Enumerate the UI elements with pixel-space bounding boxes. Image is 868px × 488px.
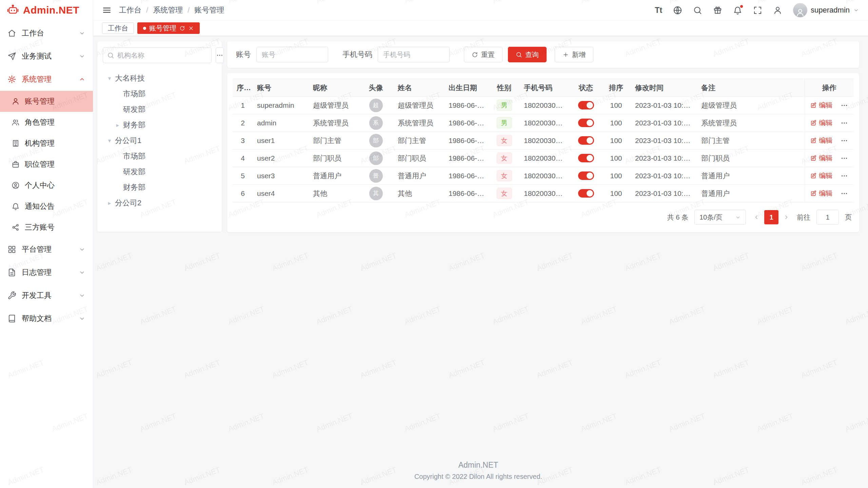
goto-page-input[interactable] xyxy=(816,210,839,225)
sidebar-item[interactable]: 业务测试 xyxy=(0,45,93,68)
page-size-select[interactable]: 10条/页 xyxy=(694,210,746,225)
col-avatar: 头像 xyxy=(358,79,394,97)
tree-caret[interactable]: ▸ xyxy=(114,122,122,129)
tree-node[interactable]: 财务部 xyxy=(103,180,216,195)
table-row: 4 user2 部门职员 部 部门职员 1986-06-28 女 1802003… xyxy=(233,149,854,167)
tree-node[interactable]: ▾ 分公司1 xyxy=(103,133,216,148)
tree-node[interactable]: 市场部 xyxy=(103,86,216,102)
tree-caret[interactable]: ▾ xyxy=(105,137,114,144)
chevron-down-icon xyxy=(853,7,859,13)
tab-workbench[interactable]: 工作台 xyxy=(102,22,134,34)
account-input[interactable] xyxy=(256,47,328,62)
user-icon[interactable] xyxy=(773,6,782,15)
sidebar-item[interactable]: 开发工具 xyxy=(0,284,93,307)
table-row: 6 user4 其他 其 其他 1986-06-28 女 18020030720… xyxy=(233,185,854,202)
row-more-button[interactable] xyxy=(841,155,848,162)
phone-input[interactable] xyxy=(378,47,450,62)
cell-status xyxy=(571,149,601,167)
status-toggle[interactable] xyxy=(578,171,594,180)
row-more-button[interactable] xyxy=(841,190,848,197)
cell-status xyxy=(571,185,601,202)
status-toggle[interactable] xyxy=(578,101,594,109)
tree-node[interactable]: ▾ 大名科技 xyxy=(103,70,216,86)
reset-button[interactable]: 重置 xyxy=(464,47,502,62)
row-more-button[interactable] xyxy=(841,172,848,180)
col-remark: 备注 xyxy=(697,79,805,97)
edit-button[interactable]: 编辑 xyxy=(810,154,832,163)
add-button[interactable]: 新增 xyxy=(555,47,593,62)
bell-icon[interactable] xyxy=(733,6,742,15)
sidebar-subitem[interactable]: 个人中心 xyxy=(0,175,93,196)
status-toggle[interactable] xyxy=(578,119,594,127)
user-menu[interactable]: superadmin xyxy=(793,3,859,17)
fullscreen-icon[interactable] xyxy=(753,6,762,15)
tree-node[interactable]: 研发部 xyxy=(103,164,216,180)
status-toggle[interactable] xyxy=(578,154,594,162)
row-more-button[interactable] xyxy=(841,137,848,144)
tab-label: 工作台 xyxy=(108,24,128,33)
sidebar-item[interactable]: 平台管理 xyxy=(0,238,93,261)
sidebar-subitem[interactable]: 职位管理 xyxy=(0,154,93,175)
active-tab-dot xyxy=(143,27,146,30)
org-more-button[interactable] xyxy=(216,47,224,63)
edit-button[interactable]: 编辑 xyxy=(810,189,832,198)
edit-button[interactable]: 编辑 xyxy=(810,136,832,145)
org-panel-toolbar xyxy=(103,47,216,63)
sidebar-item[interactable]: 日志管理 xyxy=(0,261,93,284)
sidebar-subitem[interactable]: 角色管理 xyxy=(0,112,93,133)
sidebar-subitem[interactable]: 机构管理 xyxy=(0,133,93,154)
tree-node[interactable]: ▸ 财务部 xyxy=(103,117,216,133)
tree-node[interactable]: ▸ 分公司2 xyxy=(103,195,216,211)
status-toggle[interactable] xyxy=(578,189,594,198)
col-status: 状态 xyxy=(571,79,601,97)
tree-caret[interactable]: ▾ xyxy=(105,75,114,82)
cell-account: user3 xyxy=(253,167,309,185)
sidebar-subitem[interactable]: 三方账号 xyxy=(0,217,93,238)
hamburger-icon[interactable] xyxy=(102,5,112,15)
tree-caret[interactable]: ▸ xyxy=(105,200,114,207)
sidebar-subitem[interactable]: 账号管理 xyxy=(0,91,93,112)
cell-name: 部门主管 xyxy=(394,132,445,149)
tree-node[interactable]: 研发部 xyxy=(103,102,216,117)
theme-icon[interactable] xyxy=(713,6,722,15)
next-page-button[interactable] xyxy=(782,210,791,224)
cell-modified: 2023-01-03 10:59:44 xyxy=(631,167,697,185)
sidebar-subitem-label: 个人中心 xyxy=(25,180,55,190)
edit-button[interactable]: 编辑 xyxy=(810,118,832,127)
breadcrumb-workbench[interactable]: 工作台 xyxy=(119,5,141,15)
cell-index: 5 xyxy=(233,167,253,185)
search-icon[interactable] xyxy=(693,6,702,15)
role-icon xyxy=(12,118,20,126)
table-row: 3 user1 部门主管 部 部门主管 1986-06-28 女 1802003… xyxy=(233,132,854,149)
org-search-input[interactable] xyxy=(117,52,207,59)
search-button[interactable]: 查询 xyxy=(508,47,547,62)
sidebar-item[interactable]: 工作台 xyxy=(0,22,93,45)
status-toggle[interactable] xyxy=(578,136,594,145)
sidebar-item[interactable]: 帮助文档 xyxy=(0,307,93,330)
cell-gender: 女 xyxy=(489,185,520,202)
globe-icon[interactable] xyxy=(673,6,682,15)
font-size-icon[interactable]: Tt xyxy=(655,6,662,15)
edit-button[interactable]: 编辑 xyxy=(810,171,832,180)
row-more-button[interactable] xyxy=(841,102,848,109)
add-label: 新增 xyxy=(572,50,586,59)
sidebar-subitem[interactable]: 通知公告 xyxy=(0,196,93,217)
edit-button[interactable]: 编辑 xyxy=(810,101,832,110)
cell-actions: 编辑 xyxy=(805,97,854,114)
cell-modified: 2023-01-03 10:59:44 xyxy=(631,114,697,132)
grid-icon xyxy=(7,245,16,254)
tab-close-icon[interactable] xyxy=(188,25,194,31)
breadcrumb-account: 账号管理 xyxy=(194,5,224,15)
sidebar-item[interactable]: 系统管理 xyxy=(0,68,93,91)
tab-account-management[interactable]: 账号管理 xyxy=(137,22,200,34)
tabbar: 工作台 账号管理 xyxy=(93,20,868,36)
current-page-button[interactable]: 1 xyxy=(764,210,778,224)
cell-birthday: 1986-06-28 xyxy=(445,167,489,185)
tab-refresh-icon[interactable] xyxy=(179,25,185,31)
row-more-button[interactable] xyxy=(841,119,848,127)
tree-node[interactable]: 市场部 xyxy=(103,148,216,164)
cell-status xyxy=(571,132,601,149)
breadcrumb-system[interactable]: 系统管理 xyxy=(153,5,183,15)
cell-birthday: 1986-06-28 xyxy=(445,132,489,149)
prev-page-button[interactable] xyxy=(752,210,761,224)
